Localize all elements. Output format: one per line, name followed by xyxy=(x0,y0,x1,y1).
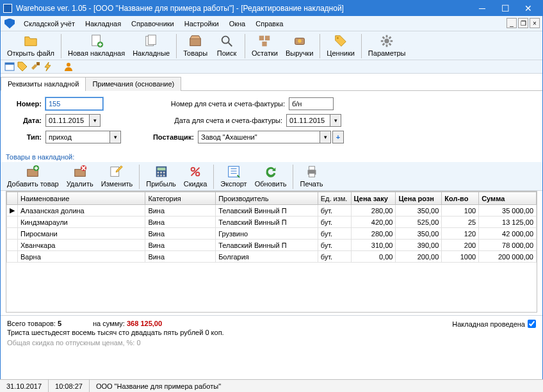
menu-окна[interactable]: Окна xyxy=(224,18,251,29)
search-button[interactable]: Поиск xyxy=(211,33,242,58)
discount-button[interactable]: Скидка xyxy=(180,163,211,189)
menu-настройки[interactable]: Настройки xyxy=(179,18,224,29)
row-cursor xyxy=(7,216,18,228)
mdi-minimize-button[interactable]: _ xyxy=(507,18,517,28)
menu-справочники[interactable]: Справочники xyxy=(126,18,179,29)
posted-checkbox[interactable] xyxy=(528,320,536,328)
calendar-icon[interactable] xyxy=(4,61,15,72)
menu-накладная[interactable]: Накладная xyxy=(80,18,126,29)
type-label: Тип: xyxy=(7,133,45,141)
grid-header[interactable]: Производитель xyxy=(216,192,318,205)
table-row[interactable]: ▶Алазанская долинаВинаТелавский Винный П… xyxy=(7,205,537,216)
date-picker[interactable]: ▾ xyxy=(45,114,101,127)
toolbar-label: Товары xyxy=(183,49,207,57)
grid-header[interactable]: Кол-во xyxy=(442,192,479,205)
sum-label: на сумму: xyxy=(93,320,125,327)
minimize-button[interactable]: ─ xyxy=(471,1,494,15)
toolbar-label: Экспорт xyxy=(220,180,247,188)
toolbar-label: Накладные xyxy=(133,49,170,57)
grid-cell: Болгария xyxy=(216,251,318,263)
grid-cell: 13 125,00 xyxy=(479,216,537,228)
supplier-input[interactable] xyxy=(198,131,320,143)
chevron-down-icon[interactable]: ▾ xyxy=(89,114,101,127)
grid-header[interactable]: Сумма xyxy=(479,192,537,205)
add-button[interactable]: Добавить товар xyxy=(3,163,63,189)
table-row[interactable]: КиндзмараулиВинаТелавский Винный Пбут.42… xyxy=(7,216,537,228)
mdi-restore-button[interactable]: ❐ xyxy=(518,18,528,28)
grid-header[interactable]: Категория xyxy=(145,192,216,205)
grid-cell: 420,00 xyxy=(351,216,396,228)
number-input[interactable] xyxy=(45,97,103,110)
mdi-close-button[interactable]: × xyxy=(530,18,540,28)
status-org: ООО "Название для примера работы" xyxy=(90,380,543,392)
discount-line: Общая скидка по отпускным ценам, %: 0 xyxy=(1,338,542,349)
refresh-icon xyxy=(264,165,278,179)
total-goods-label: Всего товаров: xyxy=(7,320,56,327)
invoice-date-label: Дата для счета и счета-фактуры: xyxy=(165,117,286,124)
export-button[interactable]: Экспорт xyxy=(216,163,250,189)
close-button[interactable]: ✕ xyxy=(517,1,540,15)
newdoc-button[interactable]: Новая накладная xyxy=(64,33,129,58)
grid-cell: 0,00 xyxy=(351,251,396,263)
export-icon xyxy=(227,165,241,179)
invoice-date-picker[interactable]: ▾ xyxy=(286,114,341,127)
toolbar-label: Новая накладная xyxy=(68,49,125,57)
tags-button[interactable]: Ценники xyxy=(323,33,359,58)
table-row[interactable]: ПиросманиВинаГрузвинобут.280,00350,00120… xyxy=(7,228,537,240)
goods-button[interactable]: Товары xyxy=(179,33,211,58)
person-icon[interactable] xyxy=(63,61,74,72)
menu-справка[interactable]: Справка xyxy=(250,18,288,29)
type-combo[interactable]: ▾ xyxy=(45,131,121,143)
gear-button[interactable]: Параметры xyxy=(364,33,410,58)
grid-header[interactable]: Наименование xyxy=(18,192,145,205)
print-icon xyxy=(305,165,319,179)
toolbar-label: Выручки xyxy=(286,49,313,57)
tab-requisites[interactable]: Реквизиты накладной xyxy=(1,77,86,91)
sum-value: 368 125,00 xyxy=(127,320,162,327)
goods-toolbar: Добавить товарУдалитьИзменитьПрибыльСкид… xyxy=(1,162,542,191)
chevron-down-icon[interactable]: ▾ xyxy=(330,114,341,127)
maximize-button[interactable]: ☐ xyxy=(494,1,517,15)
refresh-button[interactable]: Обновить xyxy=(251,163,291,189)
toolbar-label: Изменить xyxy=(101,180,133,188)
toolbar-label: Открыть файл xyxy=(7,49,54,57)
menu-складской-учёт[interactable]: Складской учёт xyxy=(19,18,80,29)
grid-header[interactable]: Цена розн xyxy=(396,192,442,205)
table-row[interactable]: ХванчкараВинаТелавский Винный Пбут.310,0… xyxy=(7,240,537,251)
invoice-number-input[interactable] xyxy=(289,97,334,110)
lightning-icon[interactable] xyxy=(43,61,53,72)
folder-button[interactable]: Открыть файл xyxy=(3,33,58,58)
chevron-down-icon[interactable]: ▾ xyxy=(109,131,121,143)
profit-button[interactable]: Прибыль xyxy=(142,163,180,189)
hammer-icon[interactable] xyxy=(30,61,40,72)
chevron-down-icon[interactable]: ▾ xyxy=(320,131,331,143)
edit-icon xyxy=(109,165,124,179)
table-row[interactable]: ВарнаВинаБолгариябут.0,00200,001000200 0… xyxy=(7,251,537,263)
grid-cell: бут. xyxy=(318,251,351,263)
invoice-date-input[interactable] xyxy=(286,114,330,127)
tab-notes[interactable]: Примечания (основание) xyxy=(85,77,181,91)
tag-icon[interactable] xyxy=(17,61,28,72)
goods-icon xyxy=(188,34,202,48)
stock-button[interactable]: Остатки xyxy=(248,33,282,58)
supplier-combo[interactable]: ▾ xyxy=(198,131,331,143)
edit-button[interactable]: Изменить xyxy=(97,163,137,189)
svg-rect-28 xyxy=(160,175,162,177)
titlebar: Warehouse ver. 1.05 - [ООО "Название для… xyxy=(1,1,542,16)
grid-header[interactable]: Цена заку xyxy=(351,192,396,205)
grid-cell: 350,00 xyxy=(396,228,442,240)
grid-cell: 200,00 xyxy=(396,251,442,263)
date-input[interactable] xyxy=(45,114,89,127)
print-button[interactable]: Печать xyxy=(296,163,327,189)
del-button[interactable]: Удалить xyxy=(63,163,97,189)
statusbar: 31.10.2017 10:08:27 ООО "Название для пр… xyxy=(0,379,543,392)
docs-icon xyxy=(144,34,158,48)
type-input[interactable] xyxy=(45,131,109,143)
svg-rect-8 xyxy=(263,42,267,46)
docs-button[interactable]: Накладные xyxy=(129,33,174,58)
window-buttons: ─ ☐ ✕ xyxy=(471,1,540,15)
posted-label: Накладная проведена xyxy=(452,320,525,328)
add-supplier-button[interactable]: + xyxy=(332,131,344,143)
grid-header[interactable]: Ед. изм. xyxy=(318,192,351,205)
revenue-button[interactable]: Выручки xyxy=(282,33,317,58)
